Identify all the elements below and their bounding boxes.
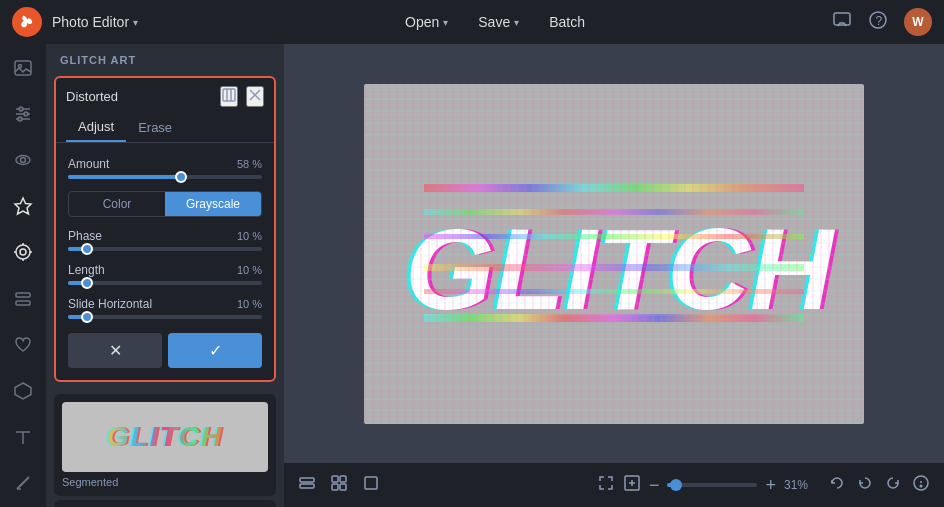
svg-point-14 [20, 249, 26, 255]
slide-h-label: Slide Horizontal [68, 297, 152, 311]
card-confirm-button[interactable]: ✓ [168, 333, 262, 368]
slide-h-value: 10 % [237, 298, 262, 310]
topbar-right: ? W [832, 8, 932, 36]
svg-point-12 [21, 158, 26, 163]
help-icon-button[interactable]: ? [868, 10, 888, 35]
icon-sidebar [0, 44, 46, 507]
svg-rect-38 [424, 314, 804, 322]
tab-erase[interactable]: Erase [126, 113, 184, 142]
svg-point-15 [16, 245, 30, 259]
canvas-area: GLITCH GLITCH GLITCH [284, 44, 944, 507]
canvas-image: GLITCH GLITCH GLITCH [364, 84, 864, 424]
redo-btn[interactable] [884, 474, 902, 496]
zoom-out-btn[interactable]: − [649, 475, 660, 496]
title-chevron: ▾ [133, 17, 138, 28]
svg-marker-22 [15, 383, 31, 399]
distorted-close-icon[interactable] [246, 86, 264, 107]
zoom-slider-thumb[interactable] [670, 479, 682, 491]
amount-slider[interactable] [68, 175, 262, 179]
layers-bottom-btn[interactable] [298, 474, 316, 496]
sidebar-effects-btn[interactable] [5, 238, 41, 266]
svg-rect-27 [223, 89, 235, 101]
bottom-bar: − + 31% [284, 463, 944, 507]
more-options-btn[interactable] [912, 474, 930, 496]
svg-rect-36 [424, 264, 804, 271]
thumbnail-label: Segmented [62, 476, 268, 488]
phase-value: 10 % [237, 230, 262, 242]
amount-slider-thumb[interactable] [175, 171, 187, 183]
svg-text:?: ? [876, 13, 883, 27]
sidebar-shape-btn[interactable] [5, 377, 41, 405]
card-bottom-buttons: ✕ ✓ [56, 325, 274, 372]
zoom-in-btn[interactable]: + [765, 475, 776, 496]
slide-h-slider[interactable] [68, 315, 262, 319]
color-toggle-btn[interactable]: Color [69, 192, 165, 216]
amount-value: 58 % [237, 158, 262, 170]
sidebar-star-btn[interactable] [5, 192, 41, 220]
distorted-card-header: Distorted [56, 78, 274, 113]
length-slider-thumb[interactable] [81, 277, 93, 289]
sidebar-brush-btn[interactable] [5, 469, 41, 497]
length-value: 10 % [237, 264, 262, 276]
user-avatar[interactable]: W [904, 8, 932, 36]
sidebar-heart-btn[interactable] [5, 331, 41, 359]
phase-label: Phase [68, 229, 102, 243]
sidebar-eye-btn[interactable] [5, 146, 41, 174]
svg-rect-21 [16, 301, 30, 305]
open-button[interactable]: Open ▾ [405, 14, 448, 30]
sidebar-layers-btn[interactable] [5, 284, 41, 312]
amount-label: Amount [68, 157, 109, 171]
zoom-controls: − + 31% [597, 474, 930, 496]
card-cancel-button[interactable]: ✕ [68, 333, 162, 368]
topbar: Photo Editor ▾ Open ▾ Save ▾ Batch ? W [0, 0, 944, 44]
svg-line-25 [17, 477, 29, 489]
length-label: Length [68, 263, 105, 277]
svg-marker-13 [15, 198, 31, 214]
glitch-thumbnail-card[interactable]: GLITCH Segmented [54, 394, 276, 496]
rotate-ccw-btn[interactable] [828, 474, 846, 496]
bottom-right-icons [828, 474, 930, 496]
main-layout: GLITCH ART Distorted Adjust Erase [0, 44, 944, 507]
color-toggle-row: Color Grayscale [68, 191, 262, 217]
batch-button[interactable]: Batch [549, 14, 585, 30]
length-slider-row: Length 10 % [56, 257, 274, 291]
grayscale-toggle-btn[interactable]: Grayscale [165, 192, 261, 216]
zoom-slider[interactable] [667, 483, 757, 487]
undo-btn[interactable] [856, 474, 874, 496]
svg-rect-43 [332, 484, 338, 490]
chat-icon-button[interactable] [832, 10, 852, 35]
svg-rect-40 [300, 484, 314, 488]
phase-slider[interactable] [68, 247, 262, 251]
save-button[interactable]: Save ▾ [478, 14, 519, 30]
glitch-svg: GLITCH GLITCH GLITCH [384, 154, 844, 354]
thumbnail-section: GLITCH Segmented [46, 390, 284, 507]
segmented-thumbnail-card[interactable] [54, 500, 276, 507]
fullscreen-btn[interactable] [623, 474, 641, 496]
grid-bottom-btn[interactable] [330, 474, 348, 496]
phase-slider-thumb[interactable] [81, 243, 93, 255]
fit-screen-btn[interactable] [597, 474, 615, 496]
svg-rect-20 [16, 293, 30, 297]
sidebar-image-btn[interactable] [5, 54, 41, 82]
svg-point-8 [19, 107, 23, 111]
sidebar-text-btn[interactable] [5, 423, 41, 451]
svg-rect-33 [424, 184, 804, 192]
length-slider[interactable] [68, 281, 262, 285]
app-title: Photo Editor [52, 14, 129, 30]
distorted-expand-icon[interactable] [220, 86, 238, 107]
slide-h-slider-thumb[interactable] [81, 311, 93, 323]
zoom-value: 31% [784, 478, 820, 492]
svg-rect-34 [424, 209, 804, 215]
sidebar-sliders-btn[interactable] [5, 100, 41, 128]
distorted-title: Distorted [66, 89, 118, 104]
tab-adjust[interactable]: Adjust [66, 113, 126, 142]
app-logo [12, 7, 42, 37]
svg-point-9 [24, 112, 28, 116]
svg-rect-44 [340, 484, 346, 490]
svg-point-49 [920, 485, 922, 487]
distorted-header-icons [220, 86, 264, 107]
amount-slider-row: Amount 58 % [56, 151, 274, 185]
svg-rect-35 [424, 234, 804, 239]
crop-bottom-btn[interactable] [362, 474, 380, 496]
panel-sidebar: GLITCH ART Distorted Adjust Erase [46, 44, 284, 507]
